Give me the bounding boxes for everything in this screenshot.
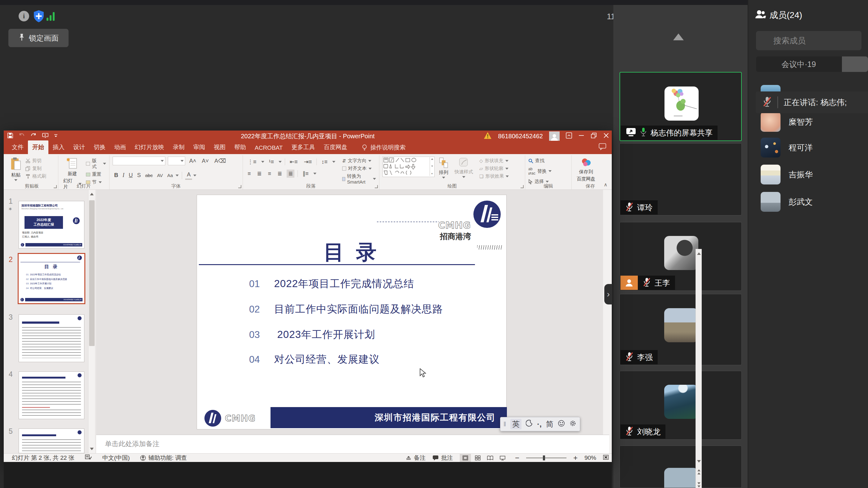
scroll-down-icon[interactable] bbox=[696, 457, 702, 465]
font-size-combo[interactable] bbox=[168, 157, 185, 165]
scrollbar-thumb[interactable] bbox=[89, 200, 95, 346]
arrange-button[interactable]: 排列 bbox=[437, 157, 450, 179]
tab-file[interactable]: 文件 bbox=[7, 140, 28, 154]
tab-insert[interactable]: 插入 bbox=[49, 140, 69, 154]
slide-thumbnail-1[interactable]: 深圳市招港国际工程有限公司 Shenzhen Zhaogang Internat… bbox=[19, 201, 84, 249]
zoom-slider-thumb[interactable] bbox=[543, 455, 545, 460]
collapse-ribbon-icon[interactable]: ∧ bbox=[604, 182, 608, 188]
font-color-button[interactable]: A bbox=[185, 171, 192, 180]
slide-sorter-view-button[interactable] bbox=[472, 454, 483, 462]
tell-me-search[interactable]: 操作说明搜索 bbox=[362, 143, 405, 154]
dialog-launcher-icon[interactable] bbox=[375, 185, 378, 188]
slide-thumbnail-3[interactable] bbox=[19, 314, 84, 362]
close-icon[interactable] bbox=[603, 132, 609, 140]
ime-simplified-toggle[interactable]: 简 bbox=[546, 419, 553, 429]
align-center-button[interactable]: ≣ bbox=[256, 170, 264, 177]
tab-design[interactable]: 设计 bbox=[69, 140, 89, 154]
shield-plus-icon[interactable] bbox=[33, 10, 45, 24]
reading-view-button[interactable] bbox=[485, 454, 496, 462]
scroll-down-icon[interactable] bbox=[88, 445, 95, 453]
slide-scrollbar[interactable] bbox=[695, 249, 702, 488]
tab-acrobat[interactable]: ACROBAT bbox=[250, 142, 287, 154]
tab-in-meeting[interactable]: 会议中·19 bbox=[756, 57, 841, 72]
text-direction-button[interactable]: ⇵文字方向 bbox=[342, 158, 376, 164]
undo-icon[interactable] bbox=[19, 133, 25, 139]
shape-effects-button[interactable]: ❏形状效果 bbox=[479, 173, 509, 179]
spellcheck-icon[interactable] bbox=[85, 454, 92, 461]
tab-transitions[interactable]: 切换 bbox=[89, 140, 110, 154]
tab-home[interactable]: 开始 bbox=[28, 140, 49, 154]
cut-button[interactable]: 剪切 bbox=[25, 158, 46, 164]
collapse-strip-arrow-icon[interactable] bbox=[673, 33, 684, 40]
paste-button[interactable]: 粘贴 bbox=[9, 157, 23, 182]
shadow-button[interactable]: S bbox=[135, 171, 143, 179]
scroll-up-icon[interactable] bbox=[696, 250, 702, 258]
video-tile[interactable]: 谭玲 bbox=[620, 143, 742, 216]
align-right-button[interactable]: ≡ bbox=[267, 170, 273, 177]
lock-screen-button[interactable]: 锁定画面 bbox=[8, 29, 68, 47]
video-tile[interactable]: 王李 bbox=[620, 222, 742, 291]
save-to-baidu-button[interactable]: 保存到 百度网盘 bbox=[575, 157, 597, 183]
info-icon[interactable]: i bbox=[19, 11, 29, 22]
dialog-launcher-icon[interactable] bbox=[238, 185, 241, 188]
italic-button[interactable]: I bbox=[121, 171, 126, 179]
underline-button[interactable]: U bbox=[127, 171, 134, 179]
grow-font-button[interactable]: A˄ bbox=[188, 157, 198, 165]
reset-button[interactable]: 重置 bbox=[86, 171, 106, 177]
tab-help[interactable]: 帮助 bbox=[230, 140, 250, 154]
slide-thumbnail-4[interactable] bbox=[19, 371, 84, 419]
tab-other-clipped[interactable] bbox=[842, 57, 868, 72]
tab-baidu-netdisk[interactable]: 百度网盘 bbox=[319, 140, 351, 154]
member-row[interactable]: 程可洋 bbox=[761, 138, 813, 158]
columns-button[interactable]: ∥≡ bbox=[301, 170, 310, 177]
comments-toggle[interactable]: 批注 bbox=[432, 454, 453, 462]
align-text-button[interactable]: 对齐文本 bbox=[342, 166, 376, 171]
zoom-in-button[interactable]: + bbox=[573, 454, 578, 462]
layout-button[interactable]: 版式 bbox=[86, 158, 106, 170]
decrease-indent-button[interactable]: ⇤≡ bbox=[288, 158, 299, 166]
distribute-button[interactable]: ≣ bbox=[287, 170, 294, 177]
notes-pane[interactable]: 单击此处添加备注 bbox=[96, 435, 609, 453]
zoom-slider[interactable] bbox=[526, 458, 566, 458]
increase-indent-button[interactable]: ⇥≡ bbox=[303, 158, 314, 166]
thumbnail-scrollbar[interactable] bbox=[88, 190, 95, 453]
comments-icon[interactable] bbox=[599, 143, 606, 152]
zoom-out-button[interactable]: − bbox=[515, 454, 519, 462]
copy-button[interactable]: 复制 bbox=[25, 166, 46, 171]
qat-customize-icon[interactable] bbox=[54, 133, 58, 139]
line-spacing-button[interactable]: ↕≡ bbox=[320, 158, 329, 166]
minimize-icon[interactable] bbox=[578, 132, 585, 140]
slideshow-view-button[interactable] bbox=[497, 454, 508, 462]
smartart-button[interactable]: 转换为SmartArt bbox=[342, 173, 376, 185]
font-name-combo[interactable] bbox=[113, 157, 165, 165]
slide-thumbnail-2-selected[interactable]: 目 录 01 2022年项目工作完成情况总结 02 目前工作中实际面临问题及解决… bbox=[18, 253, 85, 304]
save-icon[interactable] bbox=[7, 133, 13, 139]
ime-punctuation-toggle[interactable]: ·, bbox=[537, 420, 541, 428]
member-row[interactable]: 彭武文 bbox=[761, 192, 813, 212]
collapse-panel-handle[interactable]: › bbox=[604, 284, 612, 304]
shapes-gallery[interactable]: ▾ bbox=[382, 157, 435, 177]
ime-emoji-icon[interactable] bbox=[558, 420, 565, 429]
ime-settings-gear-icon[interactable] bbox=[569, 420, 577, 429]
dialog-launcher-icon[interactable] bbox=[521, 185, 524, 188]
clear-format-button[interactable]: A⌫ bbox=[213, 157, 227, 165]
redo-icon[interactable] bbox=[30, 133, 37, 139]
ribbon-display-options-icon[interactable] bbox=[566, 132, 572, 140]
quick-styles-button[interactable]: 快速样式 bbox=[453, 157, 475, 178]
scroll-up-icon[interactable] bbox=[88, 190, 95, 198]
member-row[interactable]: 吉振华 bbox=[761, 165, 813, 185]
format-painter-button[interactable]: 格式刷 bbox=[25, 173, 46, 179]
search-members-input[interactable] bbox=[756, 31, 862, 50]
tab-view[interactable]: 视图 bbox=[209, 140, 230, 154]
zoom-level[interactable]: 90% bbox=[585, 455, 596, 461]
bullets-button[interactable]: ⋮≡ bbox=[246, 158, 258, 166]
slideshow-icon[interactable] bbox=[42, 133, 49, 139]
next-slide-icon[interactable] bbox=[696, 481, 702, 488]
video-tile[interactable]: 刘晓龙 bbox=[620, 371, 742, 440]
strikethrough-button[interactable]: abc bbox=[144, 172, 154, 178]
dialog-launcher-icon[interactable] bbox=[54, 185, 57, 188]
find-button[interactable]: 查找 bbox=[528, 158, 552, 164]
shape-outline-button[interactable]: ▱形状轮廓 bbox=[479, 166, 509, 171]
tab-record[interactable]: 录制 bbox=[168, 140, 189, 154]
tab-review[interactable]: 审阅 bbox=[189, 140, 209, 154]
